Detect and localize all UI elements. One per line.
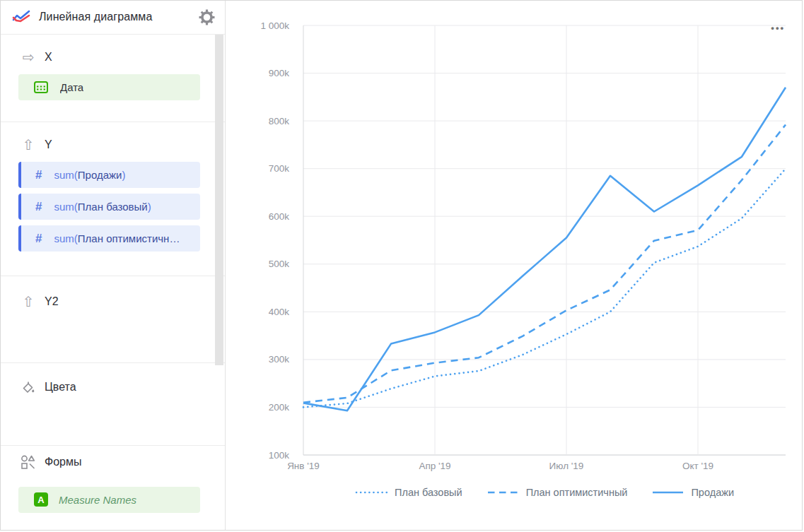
paint-bucket-icon	[21, 380, 36, 394]
section-colors: Цвета	[1, 363, 225, 445]
legend-marker-solid	[651, 490, 684, 495]
svg-text:400k: 400k	[269, 307, 290, 317]
field-label: sum(План оптимистичн…	[54, 232, 180, 244]
field-label: sum(Продажи)	[54, 169, 125, 181]
page-title: Линейная диаграмма	[39, 11, 152, 23]
section-x-header: ⇨ X	[1, 50, 225, 64]
sidebar: Линейная диаграмма	[1, 1, 226, 530]
field-pill-measure[interactable]: # sum(План оптимистичн…	[18, 225, 200, 252]
section-shapes: Формы A Measure Names	[1, 446, 225, 530]
number-field-icon: #	[35, 168, 42, 182]
field-pill-measure-names[interactable]: A Measure Names	[18, 487, 200, 513]
sidebar-header: Линейная диаграмма	[1, 1, 225, 35]
section-shapes-label: Формы	[45, 456, 81, 468]
svg-text:100k: 100k	[269, 450, 290, 461]
legend-label: План оптимистичный	[526, 487, 628, 498]
line-chart-logo-icon	[12, 9, 30, 25]
legend-item-solid[interactable]: Продажи	[651, 487, 734, 498]
field-pill-measure[interactable]: # sum(План базовый)	[18, 194, 200, 220]
svg-text:200k: 200k	[269, 402, 290, 413]
more-options-icon[interactable]: •••	[771, 23, 785, 33]
field-pill-measure[interactable]: # sum(Продажи)	[18, 162, 200, 188]
svg-text:Апр '19: Апр '19	[419, 461, 450, 471]
field-label: sum(План базовый)	[54, 201, 151, 213]
svg-text:Окт '19: Окт '19	[682, 461, 713, 471]
svg-text:1 000k: 1 000k	[260, 20, 289, 31]
svg-text:Июл '19: Июл '19	[549, 461, 584, 471]
chart-panel: 100k200k300k400k500k600k700k800k900k1 00…	[226, 1, 802, 530]
svg-text:300k: 300k	[269, 354, 290, 365]
sidebar-scrollbar[interactable]	[215, 35, 223, 365]
legend-item-dotted[interactable]: План базовый	[355, 487, 462, 498]
section-x-axis: ⇨ X Дата	[1, 35, 225, 122]
arrow-up-icon: ⇧	[21, 138, 36, 152]
section-y2-label: Y2	[45, 295, 59, 308]
svg-text:800k: 800k	[269, 116, 290, 126]
legend-label: План базовый	[395, 487, 462, 498]
legend-item-dashed[interactable]: План оптимистичный	[487, 487, 628, 498]
line-chart: 100k200k300k400k500k600k700k800k900k1 00…	[226, 1, 803, 531]
settings-gear-icon[interactable]	[199, 9, 215, 25]
svg-text:700k: 700k	[269, 163, 290, 174]
svg-text:500k: 500k	[269, 259, 290, 269]
calendar-icon	[34, 81, 48, 93]
section-shapes-header: Формы	[1, 455, 225, 470]
chart-editor-window: Линейная диаграмма	[0, 0, 803, 531]
section-y-header: ⇧ Y	[1, 138, 225, 152]
chart-legend: План базовыйПлан оптимистичныйПродажи	[303, 487, 786, 498]
legend-marker-dashed	[487, 490, 520, 495]
svg-text:900k: 900k	[269, 68, 290, 78]
number-field-icon: #	[35, 232, 42, 246]
section-y-label: Y	[45, 138, 52, 151]
legend-marker-dotted	[355, 490, 388, 495]
measure-names-label: Measure Names	[59, 494, 136, 506]
section-colors-header: Цвета	[1, 380, 225, 394]
section-x-label: X	[45, 51, 52, 64]
number-field-icon: #	[35, 200, 42, 214]
section-colors-label: Цвета	[45, 381, 76, 394]
section-y2-header: ⇧ Y2	[1, 295, 225, 309]
section-y-axis: ⇧ Y # sum(Продажи) # sum(План базовый) #…	[1, 122, 225, 276]
svg-text:Янв '19: Янв '19	[287, 461, 320, 471]
letter-a-field-icon: A	[34, 492, 48, 507]
section-y2-axis: ⇧ Y2	[1, 276, 225, 363]
svg-text:600k: 600k	[269, 211, 290, 222]
legend-label: Продажи	[691, 487, 734, 498]
field-pill-date[interactable]: Дата	[18, 74, 200, 100]
field-label-date: Дата	[60, 81, 83, 93]
arrow-up-icon: ⇧	[21, 295, 36, 309]
arrow-right-icon: ⇨	[21, 50, 36, 64]
shapes-icon	[21, 455, 36, 470]
